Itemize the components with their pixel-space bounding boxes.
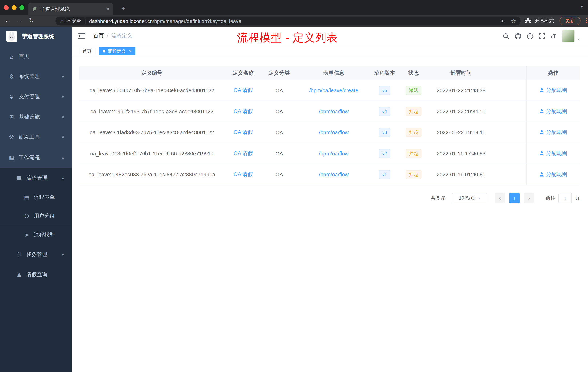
app-window: 芋道管理系统 ⌂ 首页 ⚙ 系统管理 ∨ ¥ 支付管理 ∨ ⊞ [0, 27, 588, 372]
definition-name-link[interactable]: OA 请假 [234, 171, 253, 178]
sidebar-item-label: 系统管理 [19, 73, 40, 80]
browser-toolbar: ← → ↻ ⚠ 不安全 dashboard.yudao.iocoder.cn/b… [0, 15, 588, 27]
definition-name-link[interactable]: OA 请假 [234, 150, 253, 157]
sidebar-item-label: 任务管理 [26, 251, 47, 258]
goto-page-input[interactable] [558, 193, 572, 203]
chevron-down-icon: ∨ [62, 94, 64, 99]
assign-rule-link[interactable]: 分配规则 [539, 129, 567, 136]
sidebar-item-label: 研发工具 [19, 134, 40, 141]
page-url[interactable]: dashboard.yudao.iocoder.cn/bpm/manager/d… [89, 18, 241, 24]
window-close-button[interactable] [4, 5, 9, 10]
form-link[interactable]: /bpm/oa/flow [319, 129, 349, 135]
version-badge: v2 [379, 149, 390, 158]
new-tab-button[interactable]: + [118, 4, 128, 14]
breadcrumb-current: 流程定义 [111, 33, 132, 39]
next-page-button[interactable]: › [524, 193, 534, 203]
incognito-label: 无痕模式 [534, 17, 554, 24]
definition-category: OA [262, 164, 297, 185]
help-icon[interactable] [527, 33, 533, 39]
definition-category: OA [262, 80, 297, 100]
window-zoom-button[interactable] [20, 5, 24, 10]
sidebar-item-label: 工作流程 [19, 154, 40, 161]
sidebar-item-user-group[interactable]: ⚇ 用户分组 [0, 207, 72, 226]
assign-rule-link[interactable]: 分配规则 [539, 108, 567, 115]
tab-search-chevron-icon[interactable]: ▾ [581, 4, 583, 10]
form-link[interactable]: /bpm/oa/flow [319, 171, 349, 177]
window-minimize-button[interactable] [12, 5, 17, 10]
user-avatar[interactable] [562, 30, 575, 42]
back-icon[interactable]: ← [3, 17, 12, 24]
column-header-spacer [494, 66, 526, 80]
sidebar-item-process-form[interactable]: ▤ 流程表单 [0, 188, 72, 207]
flag-icon: ⚐ [15, 251, 23, 258]
fullscreen-icon[interactable] [539, 33, 545, 39]
sidebar-item-label: 首页 [19, 53, 29, 60]
sidebar-item-label: 流程模型 [34, 232, 55, 238]
breadcrumb-home[interactable]: 首页 [94, 33, 104, 39]
forward-icon[interactable]: → [15, 17, 24, 24]
sidebar-item-label: 用户分组 [34, 213, 55, 219]
definition-name-link[interactable]: OA 请假 [234, 108, 253, 115]
browser-menu-kebab-icon[interactable]: ⋮ [584, 17, 588, 24]
sidebar-item-home[interactable]: ⌂ 首页 [0, 46, 72, 66]
sidebar-item-payment-management[interactable]: ¥ 支付管理 ∨ [0, 87, 72, 107]
definition-name-link[interactable]: OA 请假 [234, 87, 253, 94]
status-badge: 挂起 [406, 170, 422, 179]
column-header: 部署时间 [429, 66, 494, 80]
window-controls [4, 5, 24, 10]
avatar-caret-down-icon[interactable]: ▾ [578, 37, 580, 41]
row-spacer [494, 101, 526, 121]
sidebar-item-process-management[interactable]: ≣ 流程管理 ∧ [0, 168, 72, 188]
sidebar-item-label: 基础设施 [19, 114, 40, 120]
form-link[interactable]: /bpm/oa/leave/create [309, 87, 358, 93]
sidebar-collapse-icon[interactable] [78, 33, 85, 39]
search-icon[interactable] [503, 33, 509, 39]
status-badge: 挂起 [406, 128, 422, 137]
sidebar-item-infrastructure[interactable]: ⊞ 基础设施 ∨ [0, 107, 72, 127]
workflow-icon: ▦ [8, 154, 16, 161]
reload-icon[interactable]: ↻ [27, 17, 36, 24]
tools-icon: ⚒ [8, 134, 16, 141]
tag-home[interactable]: 首页 [79, 47, 95, 55]
deploy-time: 2022-01-16 17:46:53 [429, 143, 494, 164]
table-body: oa_leave:5:004b710b-7b8a-11ec-8ef0-acde4… [79, 80, 580, 185]
bookmark-star-icon[interactable]: ☆ [511, 18, 516, 24]
sidebar-item-label: 流程管理 [26, 175, 47, 181]
security-warning-icon: ⚠ [60, 18, 64, 24]
tag-close-icon[interactable]: × [128, 49, 131, 54]
sidebar-item-workflow[interactable]: ▦ 工作流程 ∧ [0, 148, 72, 168]
status-badge: 挂起 [406, 149, 422, 158]
password-key-icon[interactable] [500, 18, 506, 24]
github-icon[interactable] [515, 33, 521, 39]
form-link[interactable]: /bpm/oa/flow [319, 108, 349, 114]
sidebar-item-task-management[interactable]: ⚐ 任务管理 ∨ [0, 244, 72, 265]
sidebar-item-dev-tools[interactable]: ⚒ 研发工具 ∨ [0, 127, 72, 147]
security-label[interactable]: 不安全 [67, 18, 81, 24]
assign-rule-link[interactable]: 分配规则 [539, 171, 567, 178]
tab-close-icon[interactable]: × [106, 6, 109, 12]
assign-rule-link[interactable]: 分配规则 [539, 150, 567, 157]
page-number-button[interactable]: 1 [509, 193, 520, 203]
sidebar-item-system-management[interactable]: ⚙ 系统管理 ∨ [0, 66, 72, 87]
definition-id: oa_leave:2:3c1f0ef1-76b1-11ec-9c66-a2380… [79, 143, 225, 164]
form-link[interactable]: /bpm/oa/flow [319, 150, 349, 156]
browser-update-button[interactable]: 更新 [559, 17, 580, 25]
assign-rule-link[interactable]: 分配规则 [539, 87, 567, 94]
yen-icon: ¥ [8, 94, 16, 100]
sidebar-item-leave-query[interactable]: ♟ 请假查询 [0, 265, 72, 285]
tag-process-definition[interactable]: 流程定义 × [99, 47, 135, 55]
column-header: 操作 [526, 66, 580, 80]
page-size-select[interactable]: 10条/页 ▾ [452, 193, 487, 203]
table-row: oa_leave:2:3c1f0ef1-76b1-11ec-9c66-a2380… [79, 143, 580, 164]
sidebar-item-process-model[interactable]: ➤ 流程模型 [0, 226, 72, 244]
pagination: 共 5 条 10条/页 ▾ ‹ 1 › 前往 页 [79, 193, 580, 203]
row-spacer [494, 164, 526, 185]
font-size-icon[interactable]: TT [550, 33, 556, 39]
prev-page-button[interactable]: ‹ [494, 193, 505, 203]
definition-name-link[interactable]: OA 请假 [234, 129, 253, 136]
address-bar[interactable]: ⚠ 不安全 dashboard.yudao.iocoder.cn/bpm/man… [55, 17, 521, 26]
page-unit-label: 页 [575, 195, 580, 201]
browser-tab[interactable]: 芋道管理系统 × [28, 2, 113, 15]
browser-tab-strip: 芋道管理系统 × + ▾ [0, 0, 588, 15]
sidebar-item-label: 支付管理 [19, 94, 40, 100]
